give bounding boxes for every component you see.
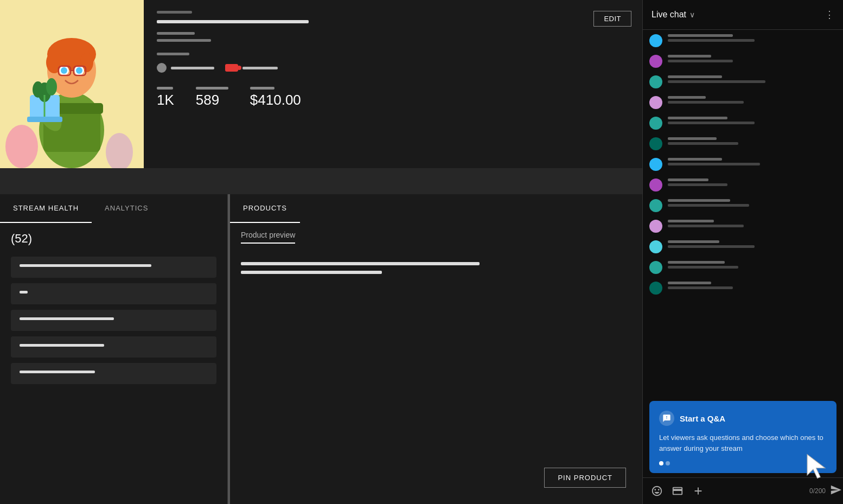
- view-count-group: [157, 63, 214, 73]
- chat-text-bar: [668, 204, 749, 207]
- list-item: [649, 117, 836, 130]
- chat-text-bar: [668, 286, 733, 289]
- chat-text-bar: [668, 183, 727, 186]
- avatar: [649, 282, 662, 295]
- product-content: PIN PRODUCT: [230, 251, 642, 504]
- info-label-bar: [157, 11, 192, 14]
- chat-text-input[interactable]: [710, 487, 805, 495]
- list-item: [649, 261, 836, 274]
- avatar: [649, 178, 662, 192]
- chat-username-bar: [668, 199, 730, 202]
- chat-username-bar: [668, 55, 711, 58]
- chat-sidebar: Live chat ∨ ⋮: [642, 0, 843, 504]
- list-item: [649, 34, 836, 47]
- stat-likes: 589: [196, 87, 228, 109]
- add-button[interactable]: [691, 483, 706, 499]
- edit-button[interactable]: EDIT: [593, 11, 631, 27]
- list-item: [649, 220, 836, 233]
- chat-msg-content: [668, 220, 836, 227]
- avatar: [649, 117, 662, 130]
- svg-rect-17: [27, 117, 62, 122]
- live-icon: [225, 64, 238, 72]
- chat-username-bar: [668, 96, 706, 99]
- view-bar: [171, 67, 214, 69]
- super-chat-button[interactable]: [670, 483, 685, 499]
- char-count: 0/200: [809, 487, 826, 495]
- health-line-5: [20, 371, 95, 373]
- chat-msg-content: [668, 137, 836, 145]
- count-badge: (52): [11, 232, 216, 246]
- chat-msg-content: [668, 282, 836, 289]
- stat-views: 1K: [157, 87, 174, 109]
- avatar: [649, 34, 662, 47]
- product-preview-label[interactable]: Product preview: [241, 231, 295, 244]
- views-value: 1K: [157, 92, 174, 109]
- desc-line-1: [157, 32, 195, 35]
- chat-msg-content: [668, 199, 836, 207]
- divider-strip: [0, 168, 642, 194]
- chat-text-bar: [668, 60, 733, 62]
- chat-username-bar: [668, 137, 717, 140]
- bottom-section: STREAM HEALTH ANALYTICS (52): [0, 194, 642, 504]
- chat-text-bar: [668, 39, 755, 42]
- chat-username-bar: [668, 158, 722, 161]
- chat-username-bar: [668, 261, 725, 264]
- chat-title: Live chat: [652, 10, 686, 20]
- avatar: [649, 220, 662, 233]
- chat-username-bar: [668, 178, 708, 181]
- list-item: [649, 55, 836, 68]
- list-item: [649, 240, 836, 253]
- chat-text-bar: [668, 80, 765, 83]
- svg-point-11: [76, 67, 82, 74]
- health-line-3: [20, 317, 114, 320]
- list-item: [649, 178, 836, 192]
- avatar: [649, 96, 662, 109]
- main-content: EDIT: [0, 0, 642, 504]
- health-line-1: [20, 264, 151, 267]
- avatar: [649, 261, 662, 274]
- chat-msg-content: [668, 117, 836, 124]
- health-line-2: [20, 291, 28, 294]
- send-button[interactable]: [830, 484, 842, 499]
- health-card-4: [11, 336, 216, 358]
- desc-line-2: [157, 39, 211, 42]
- chat-msg-content: [668, 240, 836, 248]
- svg-point-10: [61, 67, 67, 74]
- qa-dot-active: [659, 461, 663, 465]
- chat-username-bar: [668, 220, 714, 222]
- qa-dots: [659, 461, 827, 465]
- more-options-icon[interactable]: ⋮: [825, 9, 834, 21]
- tab-products[interactable]: PRODUCTS: [230, 194, 300, 223]
- product-preview-tab: Product preview: [230, 223, 642, 251]
- views-bar: [157, 87, 173, 90]
- emoji-button[interactable]: [649, 483, 665, 499]
- chat-text-bar: [668, 101, 744, 104]
- chevron-down-icon[interactable]: ∨: [689, 10, 695, 19]
- chat-username-bar: [668, 117, 727, 119]
- tab-stream-health[interactable]: STREAM HEALTH: [0, 194, 92, 223]
- product-line-long: [241, 262, 480, 265]
- health-card-5: [11, 363, 216, 384]
- list-item: [649, 75, 836, 88]
- qa-card-header: Start a Q&A: [659, 411, 827, 426]
- stream-top: EDIT: [0, 0, 642, 168]
- tab-analytics[interactable]: ANALYTICS: [92, 194, 161, 223]
- list-item: [649, 158, 836, 171]
- list-item: [649, 199, 836, 212]
- svg-point-22: [5, 125, 38, 168]
- revenue-value: $410.00: [250, 92, 301, 109]
- chat-msg-content: [668, 158, 836, 165]
- chat-msg-content: [668, 261, 836, 269]
- qa-card: Start a Q&A Let viewers ask questions an…: [649, 401, 836, 473]
- likes-bar: [196, 87, 228, 90]
- chat-input-bar: 0/200: [643, 477, 843, 504]
- chat-text-bar: [668, 245, 755, 248]
- pin-product-button[interactable]: PIN PRODUCT: [544, 468, 626, 488]
- health-card-3: [11, 310, 216, 331]
- stats-row: 1K 589 $410.00: [157, 87, 629, 109]
- avatar: [649, 240, 662, 253]
- svg-point-20: [33, 81, 43, 98]
- likes-value: 589: [196, 92, 228, 109]
- chat-text-bar: [668, 225, 744, 227]
- qa-dot-inactive: [666, 461, 670, 465]
